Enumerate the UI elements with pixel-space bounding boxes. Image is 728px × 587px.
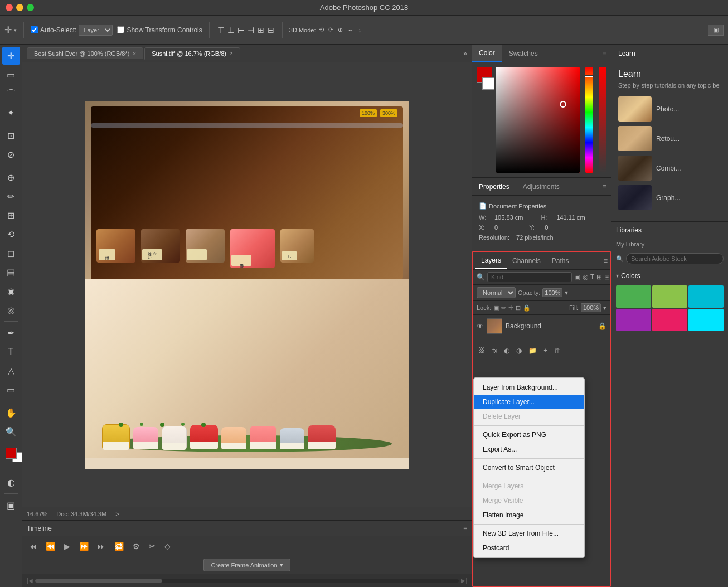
maximize-button[interactable]	[27, 4, 34, 11]
auto-select-dropdown[interactable]: Layer Group	[79, 25, 113, 36]
layer-background[interactable]: 👁 Background 🔒	[473, 315, 610, 337]
tabs-overflow-arrow[interactable]: »	[463, 50, 467, 57]
mask-btn[interactable]: ◐	[502, 346, 512, 356]
lock-icon-artboard[interactable]: ⊡	[516, 304, 521, 312]
crop-tool-btn[interactable]: ⊡	[2, 127, 20, 144]
tl-cut[interactable]: ✂	[147, 541, 158, 552]
filter-icon-4[interactable]: ⊞	[596, 273, 602, 281]
create-frame-btn[interactable]: Create Frame Animation ▾	[203, 559, 290, 571]
fx-btn[interactable]: fx	[490, 346, 499, 356]
eraser-btn[interactable]: ◻	[2, 244, 20, 262]
tl-to-start[interactable]: ⏮	[27, 541, 39, 552]
adjustment-btn[interactable]: ◑	[514, 346, 524, 356]
lock-icon-paint[interactable]: ✏	[501, 304, 506, 312]
marquee-tool-btn[interactable]: ▭	[2, 66, 20, 84]
pen-btn[interactable]: ✒	[2, 324, 20, 342]
timeline-menu-icon[interactable]: ≡	[463, 525, 467, 532]
filter-icon-5[interactable]: ⊟	[604, 273, 610, 281]
alpha-slider[interactable]	[599, 67, 606, 173]
tl-prev-frame[interactable]: ⏪	[43, 541, 57, 552]
tab-color[interactable]: Color	[472, 45, 502, 62]
show-transform-checkbox[interactable]: Show Transform Controls	[117, 26, 202, 34]
library-search-input[interactable]	[626, 253, 724, 264]
doc-arrow[interactable]: >	[115, 511, 119, 517]
fill-input[interactable]	[581, 303, 601, 312]
dodge-btn[interactable]: ◎	[2, 301, 20, 319]
color-panel-menu[interactable]: ≡	[598, 50, 611, 57]
my-library-name[interactable]: My Library	[616, 239, 724, 250]
layer-mode-select[interactable]: Normal	[477, 287, 516, 298]
fill-arrow[interactable]: ▾	[603, 304, 606, 312]
ctx-export-as[interactable]: Export As...	[474, 442, 584, 457]
swatch-1[interactable]	[652, 285, 687, 308]
type-btn[interactable]: T	[2, 343, 20, 361]
hand-btn[interactable]: ✋	[2, 404, 20, 421]
learn-card-1[interactable]: Retou...	[618, 126, 721, 151]
lasso-tool-btn[interactable]: ⌒	[2, 85, 20, 103]
tl-settings[interactable]: ⚙	[130, 541, 142, 552]
ctx-delete-layer[interactable]: Delete Layer	[474, 409, 584, 424]
screen-mode-btn[interactable]: ▣	[2, 496, 20, 514]
close-tab-2[interactable]: ×	[230, 50, 233, 56]
layers-menu-icon[interactable]: ≡	[604, 257, 608, 265]
ctx-flatten[interactable]: Flatten Image	[474, 508, 584, 522]
swatch-5[interactable]	[688, 309, 724, 331]
ctx-duplicate-layer[interactable]: Duplicate Layer...	[474, 395, 584, 409]
tl-loop[interactable]: 🔁	[112, 541, 126, 552]
learn-tab-header[interactable]: Learn	[611, 45, 728, 62]
filter-icon-3[interactable]: T	[590, 273, 594, 281]
opacity-arrow[interactable]: ▾	[565, 289, 568, 297]
lock-icon-transparency[interactable]: ▣	[493, 304, 499, 312]
link-layers-btn[interactable]: ⛓	[477, 346, 488, 356]
filter-icon-1[interactable]: ▣	[574, 273, 580, 281]
tab-best-sushi[interactable]: Best Sushi Ever @ 100% (RGB/8*) ×	[27, 47, 143, 59]
close-button[interactable]	[6, 4, 13, 11]
close-tab-1[interactable]: ×	[133, 51, 136, 57]
canvas[interactable]: 焼げ 漢けいか 赤海老 し	[22, 62, 472, 507]
blur-btn[interactable]: ◉	[2, 282, 20, 300]
foreground-color[interactable]	[6, 448, 17, 459]
tab-swatches[interactable]: Swatches	[502, 45, 545, 62]
properties-menu[interactable]: ≡	[598, 183, 611, 191]
learn-card-0[interactable]: Photo...	[618, 96, 721, 122]
shape-btn[interactable]: ▭	[2, 381, 20, 399]
tab-paths[interactable]: Paths	[546, 252, 575, 269]
color-gradient-picker[interactable]	[496, 67, 580, 173]
move-tool[interactable]: ✛ ▾	[4, 25, 17, 35]
minimize-button[interactable]	[16, 4, 23, 11]
opacity-input[interactable]	[542, 288, 562, 297]
tab-layers[interactable]: Layers	[475, 252, 507, 269]
brush-btn[interactable]: ✏	[2, 187, 20, 205]
tl-play[interactable]: ▶	[62, 541, 72, 552]
layer-filter-input[interactable]	[487, 272, 572, 282]
folder-btn[interactable]: 📁	[526, 346, 539, 356]
learn-card-2[interactable]: Combi...	[618, 156, 721, 181]
tab-channels[interactable]: Channels	[507, 252, 546, 269]
tl-next-frame[interactable]: ⏩	[77, 541, 91, 552]
eyedropper-btn[interactable]: ⊘	[2, 145, 20, 163]
swatch-0[interactable]	[616, 285, 651, 308]
layer-visibility-icon[interactable]: 👁	[477, 322, 483, 330]
tl-to-end[interactable]: ⏭	[95, 541, 108, 552]
swatch-2[interactable]	[688, 285, 724, 308]
gradient-btn[interactable]: ▤	[2, 263, 20, 281]
path-btn[interactable]: △	[2, 362, 20, 380]
swatch-4[interactable]	[652, 309, 687, 331]
swatch-3[interactable]	[616, 309, 651, 331]
new-layer-btn[interactable]: +	[541, 346, 550, 356]
tab-adjustments[interactable]: Adjustments	[516, 178, 566, 195]
learn-card-3[interactable]: Graph...	[618, 185, 721, 210]
filter-icon-2[interactable]: ◎	[583, 273, 588, 281]
history-btn[interactable]: ⟲	[2, 225, 20, 243]
magic-wand-btn[interactable]: ✦	[2, 104, 20, 122]
timeline-scrubber[interactable]	[35, 579, 459, 583]
ctx-convert-smart[interactable]: Convert to Smart Object	[474, 460, 584, 475]
ctx-postcard[interactable]: Postcard	[474, 541, 584, 555]
hue-slider[interactable]	[585, 67, 593, 173]
tab-properties[interactable]: Properties	[472, 178, 516, 195]
bg-color-swatch[interactable]	[482, 77, 494, 90]
ctx-quick-export[interactable]: Quick Export as PNG	[474, 428, 584, 442]
tab-sushi-tiff[interactable]: Sushi.tiff @ 16.7% (RGB/8) ×	[144, 47, 240, 60]
delete-layer-btn[interactable]: 🗑	[552, 346, 563, 356]
auto-select-checkbox[interactable]: Auto-Select: Layer Group	[31, 25, 113, 36]
